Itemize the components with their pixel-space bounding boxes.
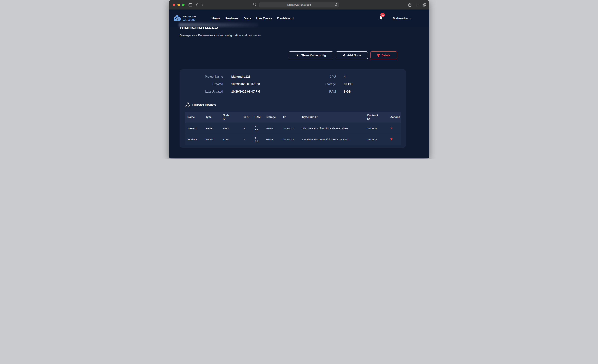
col-storage: Storage xyxy=(263,112,281,123)
col-type: Type xyxy=(203,112,220,123)
cluster-nodes-table: Name Type Node ID CPU RAM Storage IP Myc… xyxy=(185,112,401,145)
cell-node-id: 1715 xyxy=(220,134,241,145)
cell-storage: 30 GB xyxy=(263,123,281,134)
project-name-label: Project Name xyxy=(180,75,223,78)
new-tab-icon[interactable] xyxy=(415,3,419,7)
cell-type: leader xyxy=(203,123,220,134)
col-ip: IP xyxy=(281,112,300,123)
main-nav: Home Features Docs Use Cases Dashboard xyxy=(212,17,294,20)
cell-cpu: 2 xyxy=(241,134,252,145)
back-icon[interactable] xyxy=(196,3,198,7)
tab-overview-icon[interactable] xyxy=(423,3,426,7)
trash-icon xyxy=(390,138,392,140)
close-window-button[interactable] xyxy=(173,4,175,6)
brand-stylized-e: E xyxy=(188,15,190,18)
trash-icon xyxy=(390,127,392,129)
col-contract-id: Contract ID xyxy=(365,112,388,123)
cell-name: Worker1 xyxy=(185,134,203,145)
storage-value: 60 GB xyxy=(344,83,353,86)
chevron-down-icon xyxy=(409,17,412,19)
browser-window: https://myceliumcloud.tf Mahendra123 xyxy=(169,0,429,158)
table-row: Master1 leader 7915 2 4 GB 30 GB 10.20.2… xyxy=(185,123,401,134)
col-cpu: CPU xyxy=(241,112,252,123)
pencil-icon xyxy=(343,54,345,57)
page-subtitle: Manage your Kubernetes cluster configura… xyxy=(180,34,261,37)
user-menu[interactable]: Mahendra xyxy=(393,17,412,20)
col-actions: Actions xyxy=(388,112,401,123)
show-kubeconfig-button[interactable]: Show Kubeconfig xyxy=(289,51,333,59)
brand-wordmark: MYCELIUM CLOUD xyxy=(183,16,197,21)
cell-contract-id: 1613131 xyxy=(365,123,388,134)
nav-item-features[interactable]: Features xyxy=(225,17,239,20)
minimize-window-button[interactable] xyxy=(177,4,180,6)
sidebar-toggle-icon[interactable] xyxy=(189,3,192,7)
cell-ram: 4 GB xyxy=(252,134,263,145)
col-name: Name xyxy=(185,112,203,123)
cell-actions xyxy=(388,123,401,134)
details-left: Project Name Mahendra123 Created 10/29/2… xyxy=(180,73,260,95)
cell-actions xyxy=(388,134,401,145)
mycelium-cloud-logo-icon xyxy=(174,15,181,22)
site-navbar: MYCELIUM CLOUD Home Features Docs Use Ca… xyxy=(169,10,429,27)
nav-item-docs[interactable]: Docs xyxy=(243,17,251,20)
project-name-value: Mahendra123 xyxy=(231,75,250,78)
browser-chrome: https://myceliumcloud.tf xyxy=(169,0,429,10)
cpu-label: CPU xyxy=(296,75,336,78)
forward-icon[interactable] xyxy=(201,3,203,7)
table-header-row: Name Type Node ID CPU RAM Storage IP Myc… xyxy=(185,112,401,123)
cluster-actions: Show Kubeconfig Add Node Delete xyxy=(289,51,397,59)
col-mycelium-ip: Mycelium IP xyxy=(300,112,365,123)
cell-mycelium-ip: 5d8:78ea:a120:f40c:ff0f:a5fe:99e6:8b96 xyxy=(300,123,365,134)
cell-name: Master1 xyxy=(185,123,203,134)
nav-item-dashboard[interactable]: Dashboard xyxy=(277,17,294,20)
address-bar[interactable]: https://myceliumcloud.tf xyxy=(259,2,339,8)
traffic-lights xyxy=(173,4,184,6)
nav-item-use-cases[interactable]: Use Cases xyxy=(256,17,272,20)
zoom-window-button[interactable] xyxy=(182,4,184,6)
table-row: Worker1 worker 1715 2 4 GB 30 GB 10.20.3… xyxy=(185,134,401,145)
cpu-value: 4 xyxy=(344,75,346,78)
notifications-button[interactable]: 11 xyxy=(379,16,383,21)
user-name: Mahendra xyxy=(393,17,408,20)
cluster-nodes-heading: Cluster Nodes xyxy=(185,103,216,108)
col-ram: RAM xyxy=(252,112,263,123)
trash-icon xyxy=(377,54,380,57)
scrolled-title-blur xyxy=(179,23,258,27)
privacy-shield-icon xyxy=(253,3,256,7)
eye-icon xyxy=(296,54,299,57)
last-updated-value: 10/29/2025 03:07 PM xyxy=(231,90,260,93)
desktop: https://myceliumcloud.tf Mahendra123 xyxy=(169,0,429,159)
ram-label: RAM xyxy=(296,90,336,93)
delete-node-button[interactable] xyxy=(390,138,392,140)
brand-logo[interactable]: MYCELIUM CLOUD xyxy=(174,15,197,22)
col-node-id: Node ID xyxy=(220,112,241,123)
cell-ip: 10.20.3.2 xyxy=(281,134,300,145)
add-node-button[interactable]: Add Node xyxy=(336,51,368,59)
created-label: Created xyxy=(180,83,223,86)
cell-type: worker xyxy=(203,134,220,145)
nav-item-home[interactable]: Home xyxy=(212,17,220,20)
cell-contract-id: 1613132 xyxy=(365,134,388,145)
cluster-details-panel: Project Name Mahendra123 Created 10/29/2… xyxy=(180,69,406,148)
cell-node-id: 7915 xyxy=(220,123,241,134)
cell-ram: 4 GB xyxy=(252,123,263,134)
notification-count-badge: 11 xyxy=(380,13,385,17)
cell-mycelium-ip: 446:d2a6:8bcd:8c16:ff0f:72e2:3114:863f xyxy=(300,134,365,145)
delete-node-button[interactable] xyxy=(390,127,392,129)
ram-value: 8 GB xyxy=(344,90,351,93)
storage-label: Storage xyxy=(296,83,336,86)
network-nodes-icon xyxy=(185,103,190,108)
share-icon[interactable] xyxy=(408,3,411,7)
reload-icon[interactable] xyxy=(335,3,337,6)
cell-cpu: 2 xyxy=(241,123,252,134)
details-right: CPU 4 Storage 60 GB RAM 8 GB xyxy=(296,73,353,95)
cluster-nodes-title: Cluster Nodes xyxy=(192,103,216,107)
site-content: Mahendra123 Manage your Kubernetes clust… xyxy=(169,10,429,158)
cell-storage: 30 GB xyxy=(263,134,281,145)
delete-cluster-button[interactable]: Delete xyxy=(370,51,397,59)
last-updated-label: Last Updated xyxy=(180,90,223,93)
cell-ip: 10.20.2.2 xyxy=(281,123,300,134)
url-text: https://myceliumcloud.tf xyxy=(287,4,311,6)
created-value: 10/29/2025 03:07 PM xyxy=(231,83,260,86)
